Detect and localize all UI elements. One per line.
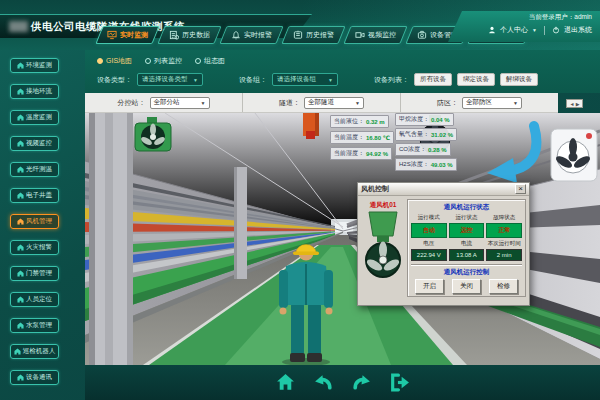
fan-status-panel: 通风机运行状态 运行模式 运行状态 故障状态 自动 远控 正常 电压 电流 [407,199,526,297]
chevron-down-icon: ▼ [532,27,537,33]
sidebar-item-pump-manage[interactable]: 水泵管理 [10,318,59,333]
substation-filter: 分控站： 全部分站 ▼ [85,93,243,112]
sidebar-item-temperature[interactable]: 温度监测 [10,110,59,125]
chevron-down-icon: ▼ [328,77,333,83]
home-icon [17,140,24,147]
home-icon [17,114,24,121]
video-monitor-icon [355,30,365,40]
user-center-menu[interactable]: 个人中心 [500,25,528,35]
tab-label: 实时监测 [120,30,148,40]
realtime-alarm-icon [231,30,241,40]
undo-arrow-icon[interactable] [313,372,334,393]
zone-select[interactable]: 全部防区 ▼ [462,97,522,109]
bottom-nav-bar [85,365,600,400]
unbind-device-button[interactable]: 解绑设备 [500,73,538,86]
sidebar-item-env-monitor[interactable]: 环境监测 [10,58,59,73]
history-data-icon [169,30,179,40]
cable-tunnel-monitoring-app: 供电公司电缆隧道在线监测系统 实时监测 历史数据 实时报警 [0,0,600,400]
history-alarm-icon [293,30,303,40]
radio-dot [97,58,103,64]
zone-filter: 防区： 全部防区 ▼ [401,93,558,112]
sidebar-item-fiber-temp[interactable]: 光纤测温 [10,162,59,177]
liquid-level-chip: 当前液位：0.32 m [330,115,389,128]
radio-list-monitor[interactable]: 列表监控 [145,56,182,66]
tab-label: 历史报警 [306,30,334,40]
fan-stop-button[interactable]: 关闭 [452,279,481,294]
sidebar-item-inspection-robot[interactable]: 巡检机器人 [10,344,59,359]
home-icon [17,192,24,199]
control-bar: GIS地图 列表监控 组态图 设备类型： 请选择设备类型 ▼ 设备组： 请选择设… [85,50,600,93]
sidebar-item-manhole-cover[interactable]: 电子井盖 [10,188,59,203]
fan-graphic-panel: 通风机01 [361,199,405,297]
status-section-header: 通风机运行状态 [411,203,522,212]
fan-maintain-button[interactable]: 检修 [489,279,518,294]
divider [544,26,545,35]
runtime-value: 2 min [486,249,522,261]
dialog-titlebar[interactable]: 风机控制 × [358,183,529,196]
chevron-down-icon: ▼ [513,100,518,106]
home-icon [17,62,24,69]
tab-label: 视频监控 [368,30,396,40]
dialog-title: 风机控制 [361,184,389,194]
tunnel-3d-view: 当前液位：0.32 m 当前温度：16.80 ℃ 当前湿度：94.92 % 甲烷… [85,113,600,365]
tunnel-filter: 隧道： 全部隧道 ▼ [243,93,401,112]
sidebar-item-access-control[interactable]: 门禁管理 [10,266,59,281]
substation-select[interactable]: 全部分站 ▼ [150,97,210,109]
filter-pager[interactable]: ◄ ▶ [566,99,583,108]
sensor-chips-right: 甲烷浓度：0.04 % 氧气含量：31.02 % CO浓度：0.28 % H2S… [395,113,457,173]
tab-realtime-alarm[interactable]: 实时报警 [219,26,283,44]
device-group-select[interactable]: 请选择设备组 ▼ [272,73,338,86]
tab-label: 实时报警 [244,30,272,40]
home-icon [17,88,24,95]
logout-button[interactable]: 退出系统 [564,25,592,35]
fan-start-button[interactable]: 开启 [415,279,444,294]
device-group-label: 设备组： [239,75,267,85]
home-icon [14,348,21,355]
bind-device-button[interactable]: 绑定设备 [457,73,495,86]
all-devices-button[interactable]: 所有设备 [414,73,452,86]
view-mode-radios: GIS地图 列表监控 组态图 [97,56,225,66]
filter-bar: 分控站： 全部分站 ▼ 隧道： 全部隧道 ▼ 防区： 全部防区 ▼ [85,93,558,113]
person-icon [488,26,496,34]
sidebar-item-fire-alarm[interactable]: 火灾报警 [10,240,59,255]
home-icon [17,270,24,277]
steel-column [89,113,133,365]
redo-arrow-icon[interactable] [351,372,372,393]
realtime-monitor-icon [107,30,117,40]
sidebar-item-video[interactable]: 视频监控 [10,136,59,151]
sidebar-item-ground-circulation[interactable]: 接地环流 [10,84,59,99]
chevron-down-icon: ▼ [193,77,198,83]
fan-widget-icon[interactable] [551,129,597,181]
radio-dot [145,58,151,64]
sidebar-item-personnel-location[interactable]: 人员定位 [10,292,59,307]
sidebar-item-fan-manage[interactable]: 风机管理 [10,214,59,229]
methane-chip: 甲烷浓度：0.04 % [395,113,454,126]
home-icon[interactable] [275,372,296,393]
tab-video-monitor[interactable]: 视频监控 [343,26,407,44]
close-icon[interactable]: × [515,184,526,194]
run-mode-value: 自动 [411,223,447,238]
device-list-label: 设备列表： [374,75,409,85]
chevron-down-icon: ▼ [201,100,206,106]
radio-gis-map[interactable]: GIS地图 [97,56,132,66]
radio-scada-view[interactable]: 组态图 [195,56,225,66]
divider [411,264,522,266]
co-chip: CO浓度：0.28 % [395,143,451,156]
tab-history-data[interactable]: 历史数据 [157,26,221,44]
tunnel-select[interactable]: 全部隧道 ▼ [304,97,364,109]
device-manage-icon [417,30,427,40]
device-type-select[interactable]: 请选择设备类型 ▼ [137,73,203,86]
header: 供电公司电缆隧道在线监测系统 实时监测 历史数据 实时报警 [0,0,600,50]
temperature-chip: 当前温度：16.80 ℃ [330,131,394,144]
oxygen-chip: 氧气含量：31.02 % [395,128,457,141]
tab-realtime-monitor[interactable]: 实时监测 [95,26,159,44]
power-icon [552,26,560,34]
home-icon [17,296,24,303]
device-filter-row: 设备类型： 请选择设备类型 ▼ 设备组： 请选择设备组 ▼ 设备列表： 所有设备… [97,73,592,86]
sidebar-item-device-comm[interactable]: 设备通讯 [10,370,59,385]
home-icon [17,166,24,173]
device-type-label: 设备类型： [97,75,132,85]
home-icon [17,322,24,329]
exit-icon[interactable] [389,372,410,393]
tab-history-alarm[interactable]: 历史报警 [281,26,345,44]
